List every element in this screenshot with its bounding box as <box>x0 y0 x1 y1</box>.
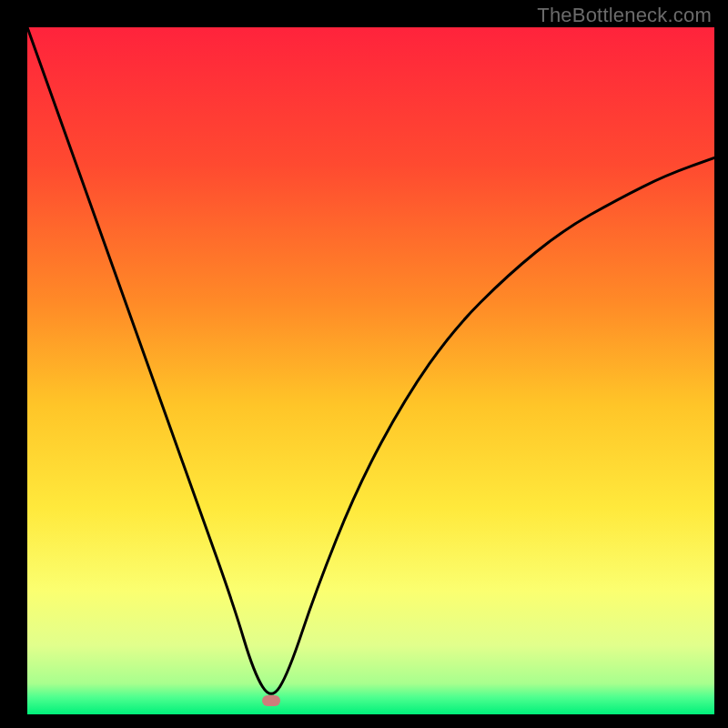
plot-area <box>27 27 714 714</box>
watermark-text: TheBottleneck.com <box>537 4 712 27</box>
chart-background <box>27 27 714 714</box>
chart-container: TheBottleneck.com <box>0 0 728 728</box>
optimal-point-marker <box>262 695 280 706</box>
chart-svg <box>27 27 714 714</box>
